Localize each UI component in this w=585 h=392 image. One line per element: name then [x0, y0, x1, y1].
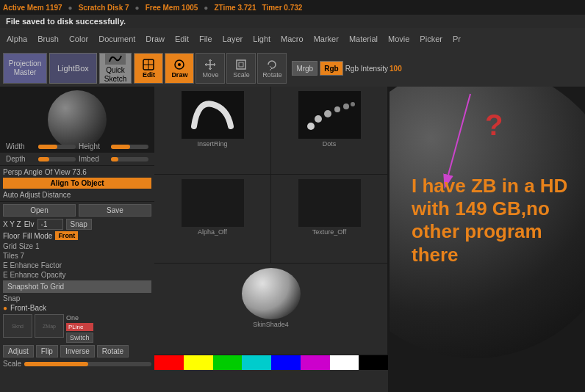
alpha-item-texture-off[interactable]: Texture_Off — [271, 175, 388, 263]
auto-adjust-label[interactable]: Auto Adjust Distance — [3, 191, 71, 199]
menu-document[interactable]: Document — [95, 31, 139, 47]
height-slider[interactable] — [111, 145, 148, 149]
snapshot-to-grid-button[interactable]: Snapshot To Grid — [3, 280, 151, 293]
menu-material[interactable]: Material — [345, 31, 381, 47]
imbed-slider[interactable] — [111, 157, 148, 161]
elv-label: Elv — [24, 220, 35, 228]
switch-label: Switch — [70, 334, 90, 341]
inverse-label: Inverse — [65, 347, 90, 355]
rotate-button[interactable]: Rotate — [257, 53, 287, 84]
swatch-white[interactable] — [330, 355, 359, 370]
front-back-row: ● Front-Back — [3, 304, 151, 312]
scale-label-left: Scale — [3, 360, 21, 368]
textureoff-label: Texture_Off — [312, 228, 346, 236]
texture-thumbs: Sknd ZMap One PLine Switch — [3, 314, 151, 343]
swatch-cyan[interactable] — [242, 355, 271, 370]
svg-point-4 — [178, 63, 181, 66]
mrgb-button[interactable]: Mrgb — [292, 61, 317, 76]
menu-macro[interactable]: Macro — [277, 31, 307, 47]
draw-button[interactable]: Draw — [165, 53, 194, 84]
align-to-object-button[interactable]: Align To Object — [3, 178, 151, 189]
alpha-item-off[interactable]: Alpha_Off — [154, 175, 271, 263]
menu-brush[interactable]: Brush — [34, 31, 62, 47]
svg-point-8 — [315, 115, 322, 123]
scale-button[interactable]: Scale — [226, 53, 256, 84]
inverse-button[interactable]: Inverse — [60, 345, 95, 357]
scale-slider[interactable] — [24, 362, 151, 366]
lightbox-label: LightBox — [57, 64, 89, 73]
depth-slider[interactable] — [38, 157, 76, 161]
open-button[interactable]: Open — [3, 204, 76, 217]
adjust-button[interactable]: Adjust — [3, 345, 34, 357]
swatch-magenta[interactable] — [301, 355, 330, 370]
alpha-grid: InsertRing Dots — [154, 87, 388, 392]
enhance-factor-label: E Enhance Factor — [3, 261, 62, 269]
width-slider[interactable] — [38, 145, 76, 149]
xyz-row: X Y Z Elv Snap — [3, 219, 151, 230]
question-mark: ? — [485, 109, 503, 142]
rotate-action-button[interactable]: Rotate — [97, 345, 129, 357]
move-label: Move — [202, 71, 218, 79]
tools-section: Open Save X Y Z Elv Snap Floor F — [0, 201, 154, 392]
enhance-opacity-label: E Enhance Opacity — [3, 271, 66, 279]
alpha-item-insertring[interactable]: InsertRing — [154, 87, 271, 175]
move-button[interactable]: Move — [195, 53, 225, 84]
svg-point-9 — [324, 110, 331, 117]
menu-color[interactable]: Color — [65, 31, 92, 47]
grid-size-label: Grid Size 1 — [3, 242, 39, 250]
menu-marker[interactable]: Marker — [310, 31, 342, 47]
alphaoff-thumb — [182, 179, 244, 227]
edit-button[interactable]: Edit — [134, 53, 163, 84]
swatch-blue[interactable] — [271, 355, 301, 370]
swatch-black[interactable] — [359, 355, 388, 370]
dot1: ● — [68, 4, 73, 12]
menu-picker[interactable]: Picker — [416, 31, 446, 47]
menu-layer[interactable]: Layer — [219, 31, 247, 47]
angle-title: Persp Angle Of View 73.6 — [3, 168, 151, 176]
flip-button[interactable]: Flip — [36, 345, 58, 357]
mrgb-label: Mrgb — [296, 65, 313, 73]
scratch-disk: Scratch Disk 7 — [79, 4, 129, 12]
menu-draw[interactable]: Draw — [142, 31, 168, 47]
rgb-intensity: Rgb Intensity 100 — [345, 65, 402, 73]
zmap-thumb[interactable]: ZMap — [35, 314, 64, 338]
angle-value: Angle Of View 73.6 — [24, 168, 86, 176]
action-buttons: Adjust Flip Inverse Rotate — [3, 345, 151, 357]
swatch-red[interactable] — [154, 355, 184, 370]
enhance-factor-row: E Enhance Factor — [3, 261, 151, 269]
edit-draw-tools: Edit Draw Move Scale Rotate — [134, 53, 287, 84]
swatch-green[interactable] — [213, 355, 243, 370]
depth-label: Depth — [6, 155, 35, 163]
imbed-label: Imbed — [79, 155, 108, 163]
lightbox-button[interactable]: LightBox — [49, 53, 97, 84]
left-panel: Width Height Depth Imbed — [0, 87, 154, 392]
menu-file[interactable]: File — [195, 31, 216, 47]
height-label: Height — [79, 142, 108, 150]
snap-button[interactable]: Snap — [66, 219, 92, 230]
file-saved-bar: File saved to disk successfully. — [0, 15, 585, 28]
dots-label: Dots — [323, 140, 337, 148]
open-label: Open — [30, 206, 48, 214]
rgb-button[interactable]: Rgb — [320, 61, 342, 76]
alpha-item-skinshade4[interactable]: SkinShade4 — [154, 264, 388, 355]
sknd-thumb[interactable]: Sknd — [3, 314, 32, 338]
quick-sketch-button[interactable]: QuickSketch — [99, 53, 132, 84]
elv-input[interactable] — [37, 219, 63, 230]
ztime: ZTime 3.721 — [214, 4, 256, 12]
front-back-label: Front-Back — [10, 304, 46, 312]
switch-button[interactable]: Switch — [66, 333, 93, 343]
save-button[interactable]: Save — [79, 204, 151, 217]
rgb-controls: Mrgb Rgb Rgb Intensity 100 — [292, 61, 401, 76]
menu-edit[interactable]: Edit — [171, 31, 193, 47]
menu-light[interactable]: Light — [249, 31, 274, 47]
menu-pr[interactable]: Pr — [449, 31, 464, 47]
swatch-yellow[interactable] — [184, 355, 213, 370]
rotate-label: Rotate — [262, 71, 282, 79]
alpha-item-dots[interactable]: Dots — [271, 87, 388, 175]
menu-movie[interactable]: Movie — [384, 31, 413, 47]
menu-alpha[interactable]: Alpha — [3, 31, 31, 47]
insertring-thumb — [182, 91, 244, 139]
projection-master-button[interactable]: ProjectionMaster — [3, 53, 47, 84]
top-bar: Active Mem 1197 ● Scratch Disk 7 ● Free … — [0, 0, 585, 15]
dot3: ● — [204, 4, 208, 12]
